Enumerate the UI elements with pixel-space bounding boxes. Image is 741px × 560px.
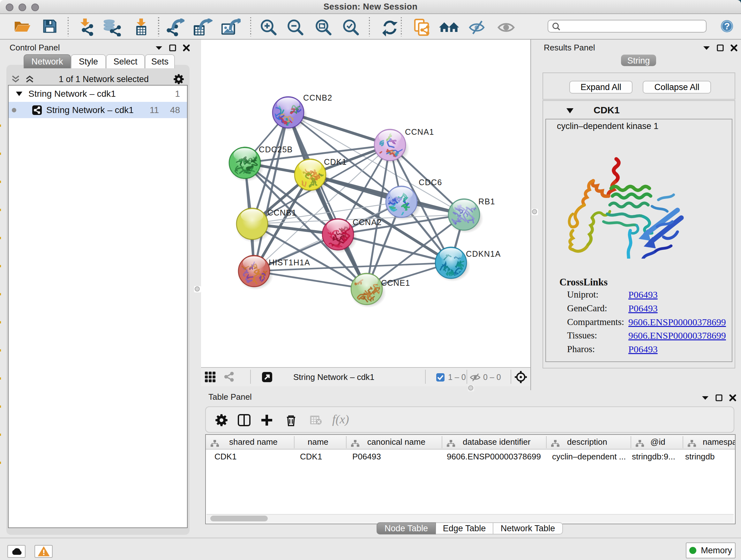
- svg-text:CCNE1: CCNE1: [381, 278, 410, 287]
- svg-text:CDK1: CDK1: [324, 158, 347, 166]
- svg-text:?: ?: [724, 21, 730, 31]
- svg-text:CCNB1: CCNB1: [267, 208, 296, 217]
- svg-text:CDKN1A: CDKN1A: [466, 249, 501, 258]
- svg-text:HIST1H1A: HIST1H1A: [269, 258, 310, 267]
- svg-text:CDC6: CDC6: [419, 178, 442, 187]
- svg-text:CCNA1: CCNA1: [405, 127, 434, 136]
- svg-text:CCNB2: CCNB2: [303, 93, 332, 102]
- svg-text:RB1: RB1: [478, 197, 495, 206]
- svg-text:CCNA2: CCNA2: [353, 218, 382, 227]
- svg-text:CDC25B: CDC25B: [259, 145, 293, 154]
